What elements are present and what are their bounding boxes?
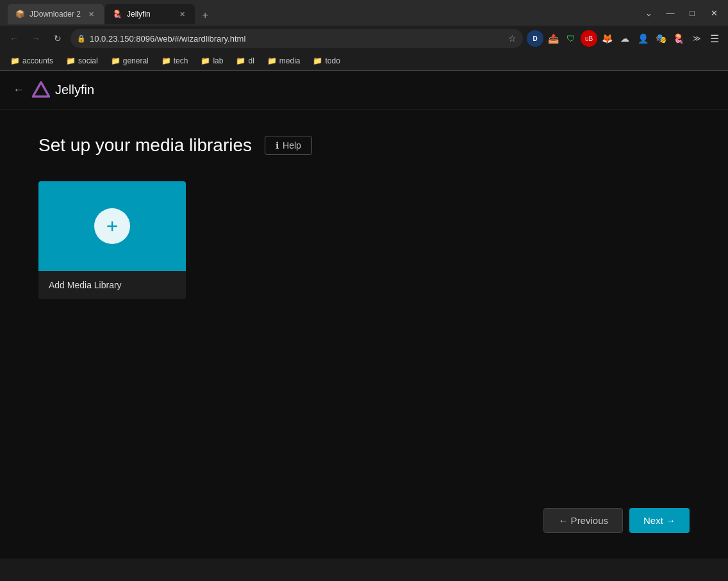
bookmark-folder-icon-social: 📁 (66, 56, 76, 65)
security-icon: 🔒 (77, 35, 86, 43)
bookmark-folder-icon-dl: 📁 (236, 56, 245, 65)
page-title: Set up your media libraries (38, 135, 252, 156)
minimize-button[interactable]: — (661, 4, 679, 22)
library-card-label: Add Media Library (38, 271, 186, 299)
bookmark-todo[interactable]: 📁 todo (308, 55, 345, 67)
bookmark-media[interactable]: 📁 media (262, 55, 306, 67)
tab-jellyfin-close[interactable]: ✕ (177, 9, 187, 19)
ext-icon-9[interactable]: 🪼 (670, 30, 687, 47)
previous-button[interactable]: ← Previous (543, 508, 623, 533)
tab-jellyfin[interactable]: 🪼 Jellyfin ✕ (105, 4, 195, 24)
bookmark-accounts-label: accounts (22, 56, 53, 65)
bookmarks-bar: 📁 accounts 📁 social 📁 general 📁 tech 📁 l… (0, 51, 728, 70)
library-card-image: + (38, 181, 186, 271)
title-bar: 📦 JDownloader 2 ✕ 🪼 Jellyfin ✕ + ⌄ — □ ✕ (0, 0, 728, 26)
bookmark-lab-label: lab (213, 56, 223, 65)
bookmark-folder-icon-media: 📁 (267, 56, 277, 65)
bookmark-todo-label: todo (325, 56, 340, 65)
add-circle-icon: + (94, 208, 130, 244)
help-button-label: Help (283, 140, 301, 151)
library-grid: + Add Media Library (38, 181, 690, 299)
tab-jdownloader[interactable]: 📦 JDownloader 2 ✕ (8, 4, 104, 24)
bookmark-tech[interactable]: 📁 tech (156, 55, 194, 67)
add-media-library-card[interactable]: + Add Media Library (38, 181, 186, 299)
ext-icon-2[interactable]: 📤 (545, 30, 561, 47)
help-button[interactable]: ℹ Help (265, 136, 312, 155)
ext-icon-5[interactable]: 🦊 (599, 30, 615, 47)
close-button[interactable]: ✕ (705, 4, 723, 22)
ext-icon-6[interactable]: ☁ (616, 30, 633, 47)
browser-menu[interactable]: ☰ (706, 30, 723, 47)
bookmark-dl-label: dl (248, 56, 254, 65)
bookmark-folder-icon-tech: 📁 (161, 56, 171, 65)
ext-icon-1[interactable]: D (527, 30, 543, 47)
tab-jdownloader-close[interactable]: ✕ (86, 9, 96, 19)
ext-icon-8[interactable]: 🎭 (652, 30, 669, 47)
maximize-button[interactable]: □ (683, 4, 701, 22)
bookmark-general-label: general (123, 56, 149, 65)
tab-jdownloader-title: JDownloader 2 (29, 10, 81, 19)
ext-icon-4[interactable]: uB (581, 30, 597, 47)
bookmark-media-label: media (279, 56, 301, 65)
jellyfin-logo: Jellyfin (32, 81, 94, 99)
bookmark-folder-icon-lab: 📁 (201, 56, 210, 65)
bookmark-folder-icon: 📁 (10, 56, 20, 65)
plus-icon: + (106, 215, 119, 238)
page-content: ← Jellyfin Set up your media libraries ℹ… (0, 71, 728, 559)
back-button[interactable]: ← (5, 29, 23, 47)
jellyfin-header: ← Jellyfin (0, 71, 728, 110)
jellyfin-logo-icon (32, 81, 50, 99)
svg-marker-0 (33, 82, 49, 96)
page-header: Set up your media libraries ℹ Help (38, 135, 690, 156)
window-controls: ⌄ — □ ✕ (640, 4, 723, 22)
footer-buttons: ← Previous Next → (543, 508, 690, 533)
help-icon: ℹ (276, 140, 279, 151)
tab-menu-button[interactable]: ⌄ (640, 4, 658, 22)
bookmark-tech-label: tech (174, 56, 188, 65)
tabs-bar: 📦 JDownloader 2 ✕ 🪼 Jellyfin ✕ + (5, 1, 640, 24)
bookmark-social[interactable]: 📁 social (61, 55, 103, 67)
ext-icon-7[interactable]: 👤 (634, 30, 651, 47)
browser-chrome: 📦 JDownloader 2 ✕ 🪼 Jellyfin ✕ + ⌄ — □ ✕… (0, 0, 728, 71)
bookmark-folder-icon-todo: 📁 (313, 56, 322, 65)
forward-button[interactable]: → (27, 29, 45, 47)
jellyfin-tab-icon: 🪼 (113, 10, 122, 19)
nav-bar: ← → ↻ 🔒 10.0.23.150:8096/web/#/wizardlib… (0, 26, 728, 51)
bookmark-lab[interactable]: 📁 lab (195, 55, 228, 67)
bookmark-social-label: social (78, 56, 98, 65)
jellyfin-logo-text: Jellyfin (55, 83, 94, 97)
bookmark-general[interactable]: 📁 general (106, 55, 154, 67)
address-bar[interactable]: 🔒 10.0.23.150:8096/web/#/wizardlibrary.h… (70, 29, 523, 48)
bookmark-dl[interactable]: 📁 dl (231, 55, 259, 67)
next-button[interactable]: Next → (629, 508, 690, 533)
refresh-button[interactable]: ↻ (49, 29, 67, 47)
bookmark-icon[interactable]: ☆ (508, 33, 517, 44)
bookmark-accounts[interactable]: 📁 accounts (5, 55, 58, 67)
ext-more[interactable]: ≫ (688, 30, 705, 47)
header-back-button[interactable]: ← (13, 83, 24, 97)
jdownloader-icon: 📦 (15, 10, 24, 19)
bookmark-folder-icon-general: 📁 (111, 56, 120, 65)
browser-extensions: D 📤 🛡 uB 🦊 ☁ 👤 🎭 🪼 ≫ ☰ (527, 30, 723, 47)
main-content: Set up your media libraries ℹ Help + Add… (0, 110, 728, 559)
address-text: 10.0.23.150:8096/web/#/wizardlibrary.htm… (90, 34, 504, 44)
tab-jellyfin-title: Jellyfin (127, 10, 172, 19)
ext-icon-3[interactable]: 🛡 (563, 30, 579, 47)
new-tab-button[interactable]: + (196, 6, 214, 24)
